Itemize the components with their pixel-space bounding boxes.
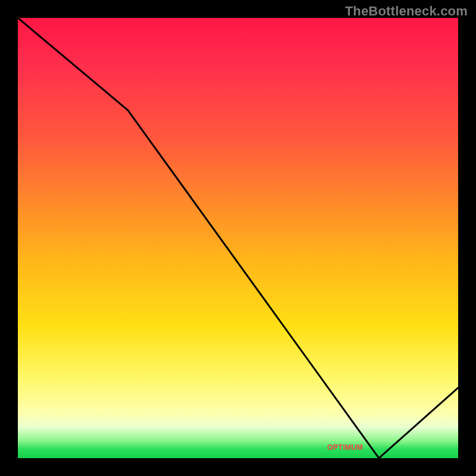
watermark-text: TheBottleneck.com [345, 4, 468, 19]
gradient-background [18, 18, 458, 458]
plot-area: OPTIMUM [18, 18, 458, 458]
optimum-annotation: OPTIMUM [327, 443, 363, 452]
chart-frame: TheBottleneck.com OPTIMUM [0, 0, 476, 476]
